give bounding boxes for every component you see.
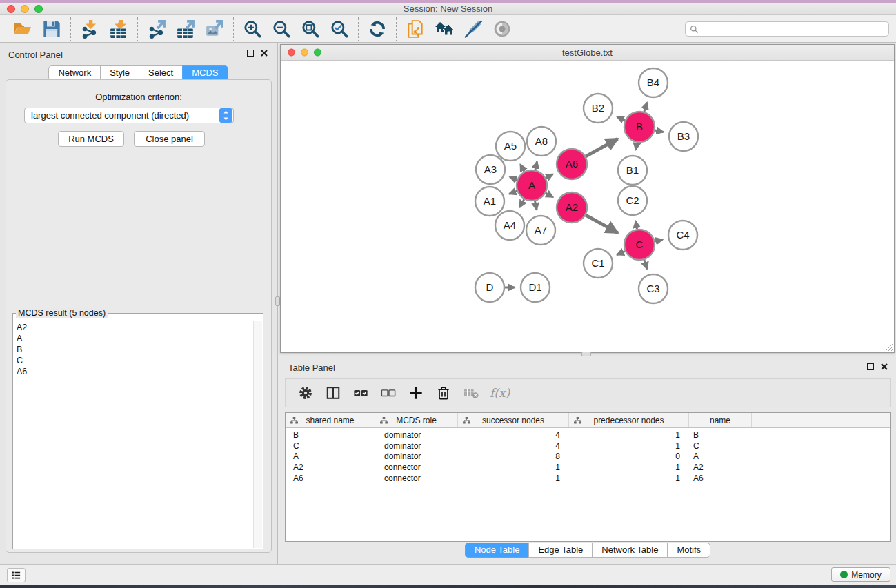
table-row[interactable]: Bdominator41B [286, 429, 890, 440]
graph-node-B2[interactable]: B2 [584, 94, 613, 123]
open-session-icon[interactable] [8, 17, 37, 41]
column-header-shared-name[interactable]: shared name [286, 413, 375, 427]
search-box[interactable] [685, 21, 889, 37]
mcds-result-item[interactable]: B [14, 344, 252, 355]
table-cell[interactable]: A6 [689, 474, 752, 483]
clear-all-checkboxes-icon[interactable] [379, 384, 397, 402]
column-header-MCDS-role[interactable]: MCDS role [375, 413, 458, 427]
close-window-button[interactable] [7, 5, 15, 13]
memory-button[interactable]: Memory [831, 567, 890, 582]
graph-node-C1[interactable]: C1 [584, 249, 613, 278]
network-zoom-button[interactable] [314, 49, 321, 57]
tab-motifs[interactable]: Motifs [667, 543, 710, 558]
table-cell[interactable]: connector [375, 474, 458, 483]
search-input[interactable] [701, 24, 884, 34]
zoom-in-icon[interactable] [238, 17, 267, 41]
table-cell[interactable]: 1 [458, 463, 569, 472]
create-column-icon[interactable] [407, 384, 425, 402]
close-panel-button[interactable]: Close panel [134, 131, 205, 147]
task-history-button[interactable] [7, 568, 26, 582]
tab-node-table[interactable]: Node Table [465, 543, 530, 558]
table-cell[interactable]: dominator [375, 430, 458, 440]
graph-edge-B-B2[interactable] [617, 116, 625, 120]
graph-edge-C-C2[interactable] [636, 221, 637, 230]
network-window-titlebar[interactable]: testGlobe.txt [281, 45, 894, 61]
graph-node-C4[interactable]: C4 [668, 221, 697, 250]
graph-node-A6[interactable]: A6 [557, 149, 587, 179]
export-table-icon[interactable] [171, 17, 200, 41]
zoom-selected-icon[interactable] [325, 17, 354, 41]
split-divider-grip-horizontal[interactable] [581, 352, 591, 356]
tab-network-table[interactable]: Network Table [592, 543, 668, 558]
table-cell[interactable]: A2 [286, 463, 375, 472]
graph-edge-A-A4[interactable] [519, 199, 524, 207]
graph-edge-A2-C[interactable] [586, 215, 617, 233]
table-cell[interactable]: 8 [458, 452, 569, 461]
tab-select[interactable]: Select [139, 65, 183, 81]
mcds-result-item[interactable]: A6 [14, 366, 252, 377]
table-settings-icon[interactable] [297, 384, 315, 402]
graph-edge-A-A2[interactable] [546, 193, 553, 197]
graph-node-B[interactable]: B [624, 112, 655, 142]
graph-node-A4[interactable]: A4 [495, 211, 524, 240]
column-header-successor-nodes[interactable]: successor nodes [458, 413, 569, 427]
table-cell[interactable]: B [286, 430, 375, 440]
graph-edge-A6-B[interactable] [586, 139, 617, 156]
graph-node-B3[interactable]: B3 [669, 122, 698, 151]
table-cell[interactable]: A2 [689, 463, 752, 472]
graph-node-C[interactable]: C [624, 230, 655, 260]
table-row[interactable]: A6connector11A6 [286, 473, 890, 484]
table-cell[interactable]: connector [375, 463, 458, 472]
zoom-window-button[interactable] [34, 5, 43, 13]
table-cell[interactable]: 1 [569, 430, 689, 440]
table-cell[interactable]: A [689, 452, 752, 461]
select-all-checkboxes-icon[interactable] [352, 384, 370, 402]
zoom-fit-icon[interactable] [296, 17, 325, 41]
delete-table-icon[interactable] [462, 384, 480, 402]
graph-node-B1[interactable]: B1 [618, 156, 647, 185]
graph-node-A8[interactable]: A8 [527, 127, 556, 156]
mcds-result-item[interactable]: C [14, 355, 252, 366]
table-cell[interactable]: 1 [569, 441, 689, 451]
tab-mcds[interactable]: MCDS [182, 65, 228, 81]
mcds-result-item[interactable]: A2 [14, 322, 252, 333]
window-resize-grip[interactable] [884, 343, 893, 352]
toggle-visibility-icon[interactable] [488, 17, 517, 41]
graph-node-A3[interactable]: A3 [476, 155, 505, 184]
table-cell[interactable]: 1 [569, 474, 689, 483]
import-table-icon[interactable] [104, 17, 133, 41]
tab-edge-table[interactable]: Edge Table [528, 543, 593, 558]
network-canvas[interactable]: B4B2BB3A8A5A6A3B1AC2A1A2A4A7C4CC1C3DD1 [281, 61, 894, 352]
graph-node-A7[interactable]: A7 [526, 216, 555, 245]
refresh-view-icon[interactable] [363, 17, 392, 41]
table-cell[interactable]: dominator [375, 452, 458, 461]
column-header-name[interactable]: name [689, 413, 752, 427]
graph-node-A5[interactable]: A5 [496, 132, 525, 161]
graph-edge-C-C3[interactable] [644, 260, 647, 269]
graph-edge-A-A6[interactable] [546, 174, 552, 179]
graph-node-D1[interactable]: D1 [521, 273, 550, 302]
tab-style[interactable]: Style [100, 65, 139, 81]
table-cell[interactable]: 4 [458, 430, 569, 440]
save-session-icon[interactable] [37, 17, 66, 41]
mcds-result-scrollbar[interactable] [253, 321, 262, 548]
tab-network[interactable]: Network [48, 65, 101, 81]
hide-graphics-details-icon[interactable] [459, 17, 488, 41]
table-cell[interactable]: 0 [569, 452, 689, 461]
float-panel-icon[interactable] [247, 50, 254, 57]
table-cell[interactable]: A6 [286, 474, 375, 483]
minimize-window-button[interactable] [21, 5, 29, 13]
graph-node-A1[interactable]: A1 [475, 187, 504, 216]
graph-edge-C-C1[interactable] [617, 251, 625, 254]
graph-edge-A-A5[interactable] [520, 164, 524, 171]
table-cell[interactable]: 1 [569, 463, 689, 472]
table-row[interactable]: Adominator80A [286, 452, 890, 463]
table-row[interactable]: Cdominator41C [286, 440, 890, 452]
table-cell[interactable]: dominator [375, 441, 458, 451]
graph-edge-B-B3[interactable] [655, 130, 663, 132]
import-network-icon[interactable] [75, 17, 104, 41]
export-network-icon[interactable] [142, 17, 171, 41]
run-mcds-button[interactable]: Run MCDS [58, 131, 124, 147]
graph-node-C2[interactable]: C2 [618, 186, 647, 215]
cybrowser-home-icon[interactable] [430, 17, 459, 41]
